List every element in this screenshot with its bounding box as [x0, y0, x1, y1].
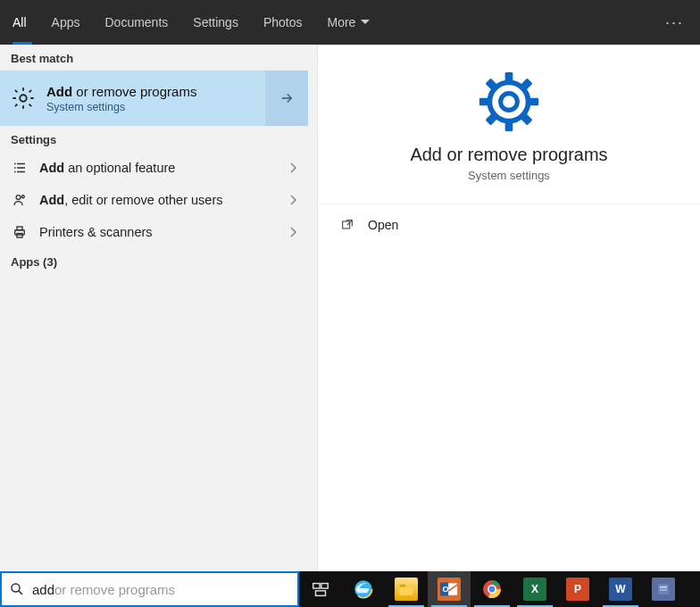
search-box[interactable]: add or remove programs — [0, 571, 299, 607]
search-icon — [9, 581, 25, 597]
result-detail-pane: Add or remove programs System settings O… — [317, 45, 700, 571]
taskbar-app-unknown[interactable] — [642, 571, 685, 607]
taskbar: O X P W — [299, 571, 700, 607]
ie-icon — [352, 578, 375, 601]
svg-rect-15 — [316, 591, 326, 596]
taskbar-file-explorer[interactable] — [385, 571, 428, 607]
svg-rect-5 — [17, 234, 22, 238]
tab-more-label: More — [327, 15, 355, 29]
list-icon — [11, 159, 29, 177]
printer-icon — [11, 223, 29, 241]
chevron-right-icon — [288, 226, 297, 238]
taskbar-word[interactable]: W — [599, 571, 642, 607]
results-list: Best match Add or remove programs System… — [0, 45, 308, 571]
settings-result-label: Printers & scanners — [39, 225, 278, 239]
gear-icon — [11, 86, 36, 111]
outlook-icon: O — [438, 578, 461, 601]
taskbar-outlook[interactable]: O — [428, 571, 471, 607]
svg-rect-4 — [17, 227, 22, 230]
svg-text:O: O — [443, 585, 449, 594]
word-icon: W — [609, 578, 632, 601]
taskbar-internet-explorer[interactable] — [342, 571, 385, 607]
chevron-right-icon — [288, 194, 297, 206]
settings-result-optional-feature[interactable]: Add an optional feature — [0, 152, 308, 184]
svg-point-9 — [494, 87, 525, 118]
settings-result-printers[interactable]: Printers & scanners — [0, 216, 308, 248]
detail-subtitle: System settings — [468, 169, 550, 182]
svg-point-1 — [16, 195, 21, 200]
svg-point-2 — [21, 195, 24, 198]
svg-rect-7 — [505, 72, 513, 81]
settings-result-label: Add an optional feature — [39, 161, 278, 175]
excel-icon: X — [523, 578, 546, 601]
taskbar-excel[interactable]: X — [513, 571, 556, 607]
tab-photos[interactable]: Photos — [251, 0, 315, 45]
open-icon — [339, 217, 355, 233]
action-open[interactable]: Open — [318, 204, 700, 245]
tab-all[interactable]: All — [0, 0, 39, 45]
detail-title: Add or remove programs — [410, 145, 607, 165]
chevron-down-icon — [361, 20, 370, 25]
action-label: Open — [368, 218, 398, 232]
more-options-button[interactable]: ··· — [649, 0, 700, 45]
svg-rect-13 — [313, 584, 320, 589]
best-match-result[interactable]: Add or remove programs System settings — [0, 71, 308, 126]
section-best-match: Best match — [0, 45, 308, 71]
best-match-expand-button[interactable] — [265, 71, 308, 126]
tab-apps[interactable]: Apps — [39, 0, 93, 45]
svg-point-0 — [20, 95, 26, 101]
svg-rect-26 — [660, 586, 667, 588]
chevron-right-icon — [288, 162, 297, 174]
search-filter-tabs: All Apps Documents Settings Photos More … — [0, 0, 700, 45]
taskbar-chrome[interactable] — [471, 571, 513, 607]
app-icon — [652, 578, 675, 601]
taskbar-powerpoint[interactable]: P — [556, 571, 599, 607]
user-icon — [11, 191, 29, 209]
svg-rect-27 — [660, 589, 667, 591]
task-view-icon — [311, 579, 330, 599]
powerpoint-icon: P — [566, 578, 589, 601]
pane-gutter — [308, 45, 317, 571]
taskbar-task-view[interactable] — [299, 571, 342, 607]
svg-point-12 — [12, 584, 20, 592]
bottom-row: add or remove programs — [0, 571, 700, 607]
settings-result-label: Add, edit or remove other users — [39, 193, 278, 207]
tab-more[interactable]: More — [314, 0, 382, 45]
section-settings: Settings — [0, 126, 308, 152]
svg-rect-18 — [400, 585, 406, 587]
svg-rect-11 — [343, 221, 350, 229]
best-match-title: Add or remove programs — [46, 84, 196, 99]
tab-settings[interactable]: Settings — [180, 0, 251, 45]
chrome-icon — [480, 578, 504, 601]
gear-icon — [477, 70, 541, 134]
folder-icon — [395, 578, 418, 601]
svg-point-24 — [489, 586, 496, 593]
svg-rect-14 — [321, 584, 328, 589]
tab-documents[interactable]: Documents — [92, 0, 180, 45]
best-match-subtitle: System settings — [46, 101, 196, 113]
settings-result-other-users[interactable]: Add, edit or remove other users — [0, 184, 308, 216]
section-apps: Apps (3) — [0, 248, 308, 274]
search-results-pane: Best match Add or remove programs System… — [0, 45, 700, 571]
